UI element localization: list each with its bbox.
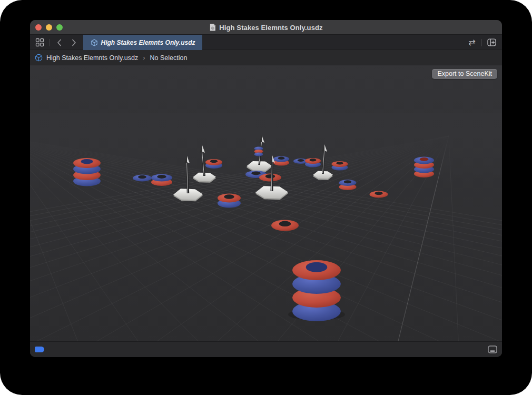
- tab-bar: High Stakes Elemnts Only.usdz ⇄: [30, 35, 502, 50]
- usdz-cube-icon: [91, 39, 98, 46]
- swap-editors-icon[interactable]: ⇄: [466, 37, 478, 48]
- breadcrumb-selection[interactable]: No Selection: [150, 54, 188, 62]
- torus-9[interactable]: [259, 174, 281, 182]
- app-window: High Stakes Elemnts Only.usdz: [30, 20, 502, 357]
- scene-file-icon: [35, 54, 43, 62]
- export-to-scenekit-button[interactable]: Export to SceneKit: [432, 69, 497, 79]
- back-icon[interactable]: [53, 37, 65, 48]
- tab-bar-left-controls: [30, 35, 83, 50]
- scene-background: [30, 65, 502, 341]
- toggle-bottom-panel-icon[interactable]: [488, 345, 497, 353]
- torus-12[interactable]: [133, 175, 152, 182]
- forward-icon[interactable]: [67, 37, 80, 48]
- document-icon: [209, 23, 216, 32]
- torus-stack-5[interactable]: [332, 161, 348, 171]
- scene-viewport: Export to SceneKit: [30, 65, 502, 341]
- zoom-button[interactable]: [56, 24, 63, 31]
- torus-stack-4[interactable]: [205, 159, 222, 169]
- torus-16[interactable]: [370, 191, 388, 198]
- tab-overview-icon[interactable]: [33, 37, 46, 48]
- torus-stack-13[interactable]: [73, 158, 101, 186]
- torus-19[interactable]: [271, 220, 299, 231]
- titlebar: High Stakes Elemnts Only.usdz: [30, 20, 502, 35]
- add-editor-icon[interactable]: [485, 37, 498, 48]
- torus-stack-14[interactable]: [339, 180, 357, 190]
- tab-bar-right-controls: ⇄: [461, 35, 502, 50]
- breadcrumb: High Stakes Elemnts Only.usdz › No Selec…: [30, 50, 502, 65]
- bottom-bar: [30, 341, 502, 357]
- torus-stack-3[interactable]: [305, 158, 321, 167]
- torus-stack-11[interactable]: [151, 174, 172, 186]
- breadcrumb-file[interactable]: High Stakes Elemnts Only.usdz: [46, 54, 138, 62]
- tab-high-stakes-usdz[interactable]: High Stakes Elemnts Only.usdz: [83, 35, 202, 50]
- traffic-lights: [30, 24, 63, 31]
- window-title-group: High Stakes Elemnts Only.usdz: [209, 20, 322, 35]
- 3d-scene-canvas[interactable]: [30, 65, 502, 341]
- close-button[interactable]: [35, 24, 42, 31]
- tab-title: High Stakes Elemnts Only.usdz: [101, 39, 195, 46]
- torus-stack-6[interactable]: [414, 157, 434, 178]
- scene-graph-pill-icon[interactable]: [35, 347, 44, 352]
- divider: [49, 39, 50, 46]
- window-title: High Stakes Elemnts Only.usdz: [219, 24, 322, 32]
- torus-stack-1[interactable]: [273, 156, 289, 166]
- minimize-button[interactable]: [46, 24, 52, 31]
- breadcrumb-separator: ›: [142, 54, 146, 62]
- divider: [481, 39, 482, 46]
- screenshot-canvas: High Stakes Elemnts Only.usdz: [0, 0, 532, 395]
- torus-stack-18[interactable]: [218, 194, 241, 208]
